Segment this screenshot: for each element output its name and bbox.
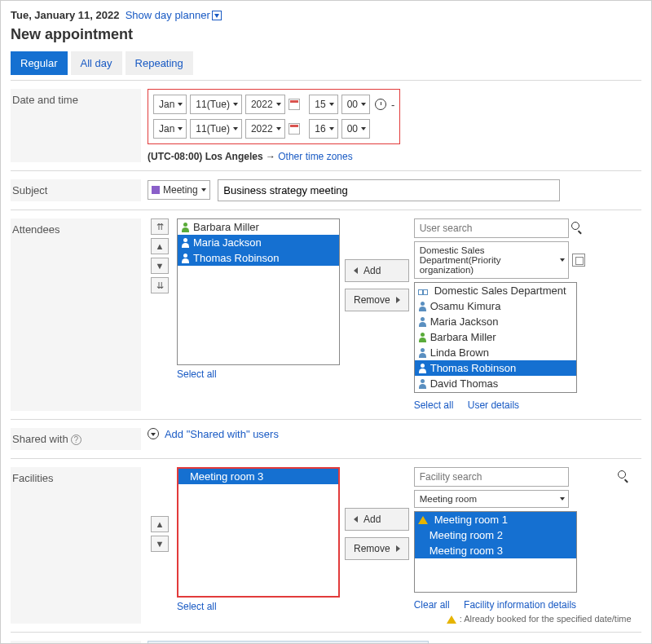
tab-regular[interactable]: Regular bbox=[11, 51, 68, 75]
from-year-select[interactable]: 2022 bbox=[245, 95, 285, 114]
add-attendee-button[interactable]: Add bbox=[345, 259, 409, 282]
top-date-bar: Tue, January 11, 2022 Show day planner bbox=[11, 9, 641, 21]
to-day-select[interactable]: 11(Tue) bbox=[190, 119, 242, 139]
person-icon bbox=[418, 317, 427, 327]
attendee-move-top-button[interactable]: ⇈ bbox=[151, 218, 169, 235]
list-item[interactable]: Barbara Miller bbox=[415, 329, 576, 345]
person-icon bbox=[181, 254, 190, 263]
select-from-available-slots-button[interactable]: Select facility and date/time from avail… bbox=[148, 641, 429, 644]
label-attendees: Attendees bbox=[11, 218, 141, 411]
facilities-select-all-link[interactable]: Select all bbox=[177, 601, 217, 612]
remove-attendee-button[interactable]: Remove bbox=[345, 289, 409, 311]
time-dash: - bbox=[391, 99, 394, 111]
tab-repeating[interactable]: Repeating bbox=[126, 51, 193, 75]
facility-group-select[interactable]: Meeting room bbox=[414, 490, 569, 508]
subject-category-label: Meeting bbox=[163, 184, 198, 196]
remove-facility-button[interactable]: Remove bbox=[345, 537, 409, 560]
warning-icon bbox=[447, 615, 456, 624]
to-year-select[interactable]: 2022 bbox=[245, 119, 285, 139]
subject-color-swatch bbox=[152, 186, 160, 194]
subject-category-select[interactable]: Meeting bbox=[148, 180, 210, 200]
calendar-icon[interactable] bbox=[289, 99, 300, 110]
list-item[interactable]: Thomas Robinson bbox=[178, 250, 339, 266]
candidate-select-all-link[interactable]: Select all bbox=[414, 399, 454, 411]
facility-clear-all-link[interactable]: Clear all bbox=[414, 599, 450, 611]
person-icon bbox=[181, 238, 190, 248]
list-item[interactable]: Osamu Kimura bbox=[415, 298, 576, 314]
facility-details-link[interactable]: Facility information details bbox=[464, 599, 576, 611]
add-shared-with-link[interactable]: Add "Shared with" users bbox=[165, 428, 279, 440]
already-booked-note: : Already booked for the specified date/… bbox=[460, 614, 632, 624]
person-icon bbox=[418, 364, 427, 373]
from-day-select[interactable]: 11(Tue) bbox=[190, 95, 242, 114]
department-icon bbox=[418, 287, 428, 295]
list-item[interactable]: Meeting room 3 bbox=[415, 543, 576, 558]
clock-icon[interactable] bbox=[375, 99, 386, 110]
label-subject: Subject bbox=[11, 179, 141, 201]
help-icon[interactable]: ? bbox=[71, 434, 82, 445]
add-facility-button[interactable]: Add bbox=[345, 508, 409, 531]
subject-input[interactable] bbox=[218, 179, 560, 201]
list-item[interactable]: Thomas Robinson bbox=[415, 360, 576, 376]
list-item[interactable]: Linda Brown bbox=[415, 345, 576, 360]
list-item[interactable]: Maria Jackson bbox=[415, 314, 576, 329]
date-time-box: Jan 11(Tue) 2022 15 00 - Jan 11(Tue) 202… bbox=[148, 89, 400, 144]
attendee-move-down-button[interactable]: ▼ bbox=[151, 258, 169, 274]
download-icon[interactable] bbox=[212, 11, 222, 20]
user-search-input[interactable] bbox=[414, 218, 569, 238]
from-hour-select[interactable]: 15 bbox=[309, 95, 337, 114]
attendee-move-bottom-button[interactable]: ⇊ bbox=[151, 277, 169, 293]
to-minute-select[interactable]: 00 bbox=[341, 119, 370, 139]
show-day-planner-link[interactable]: Show day planner bbox=[126, 9, 210, 21]
person-icon bbox=[418, 348, 427, 358]
org-select[interactable]: Domestic Sales Department(Priority organ… bbox=[414, 241, 569, 279]
facility-move-up-button[interactable]: ▲ bbox=[151, 516, 169, 532]
timezone-label: (UTC-08:00) Los Angeles bbox=[148, 151, 263, 162]
search-icon[interactable] bbox=[571, 222, 582, 232]
to-month-select[interactable]: Jan bbox=[153, 119, 187, 139]
list-item[interactable]: Maria Jackson bbox=[178, 235, 339, 250]
from-month-select[interactable]: Jan bbox=[153, 95, 187, 114]
facilities-selected-list[interactable]: Meeting room 3 bbox=[177, 467, 340, 598]
list-item[interactable]: Meeting room 1 bbox=[415, 512, 576, 527]
person-icon bbox=[181, 223, 190, 232]
calendar-icon[interactable] bbox=[289, 123, 300, 135]
label-shared-with: Shared with? bbox=[11, 428, 141, 450]
list-item[interactable]: Meeting room 2 bbox=[415, 527, 576, 543]
warning-icon bbox=[418, 516, 428, 524]
open-external-icon[interactable] bbox=[572, 254, 585, 267]
list-item[interactable]: David Thomas bbox=[415, 376, 576, 391]
tab-all-day[interactable]: All day bbox=[71, 51, 122, 75]
current-date: Tue, January 11, 2022 bbox=[11, 9, 119, 21]
attendees-candidate-list[interactable]: Domestic Sales Department Osamu Kimura M… bbox=[414, 282, 577, 393]
facility-move-down-button[interactable]: ▼ bbox=[151, 536, 169, 552]
person-icon bbox=[418, 333, 427, 342]
facilities-candidate-list[interactable]: Meeting room 1 Meeting room 2 Meeting ro… bbox=[414, 511, 577, 593]
facility-search-input[interactable] bbox=[414, 467, 569, 487]
chevron-down-icon[interactable] bbox=[148, 428, 159, 439]
attendees-select-all-link[interactable]: Select all bbox=[177, 368, 217, 380]
to-hour-select[interactable]: 16 bbox=[309, 119, 337, 139]
label-date-time: Date and time bbox=[11, 89, 141, 162]
attendee-move-up-button[interactable]: ▲ bbox=[151, 238, 169, 254]
search-icon[interactable] bbox=[618, 470, 628, 481]
other-timezones-link[interactable]: Other time zones bbox=[278, 151, 352, 162]
label-availability: Availability bbox=[11, 641, 141, 644]
list-item[interactable]: Barbara Miller bbox=[178, 219, 339, 235]
tz-arrow: → bbox=[266, 151, 275, 162]
user-details-link[interactable]: User details bbox=[468, 399, 519, 411]
attendees-selected-list[interactable]: Barbara Miller Maria Jackson Thomas Robi… bbox=[177, 218, 340, 365]
person-icon bbox=[418, 379, 427, 389]
label-facilities: Facilities bbox=[11, 467, 141, 624]
from-minute-select[interactable]: 00 bbox=[341, 95, 370, 114]
list-item[interactable]: Domestic Sales Department bbox=[415, 283, 576, 298]
person-icon bbox=[418, 302, 427, 311]
list-item[interactable]: Meeting room 3 bbox=[178, 469, 338, 484]
page-title: New appointment bbox=[11, 26, 641, 43]
